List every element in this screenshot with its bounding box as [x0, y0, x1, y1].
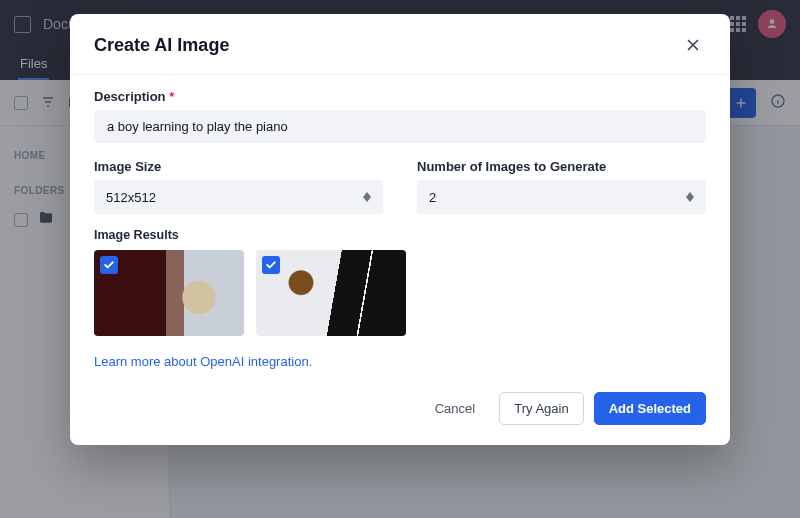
result-checkbox[interactable] — [262, 256, 280, 274]
result-image-1[interactable] — [94, 250, 244, 336]
close-icon — [684, 36, 702, 54]
num-images-label: Number of Images to Generate — [417, 159, 706, 174]
try-again-button[interactable]: Try Again — [499, 392, 583, 425]
required-indicator: * — [169, 89, 174, 104]
result-checkbox[interactable] — [100, 256, 118, 274]
description-label: Description * — [94, 89, 706, 104]
image-size-value: 512x512 — [106, 190, 363, 205]
close-button[interactable] — [680, 32, 706, 58]
cancel-button[interactable]: Cancel — [421, 393, 489, 424]
caret-up-down-icon — [686, 192, 694, 202]
result-image-2[interactable] — [256, 250, 406, 336]
num-images-value: 2 — [429, 190, 686, 205]
modal-create-ai-image: Create AI Image Description * Image Size — [70, 14, 730, 445]
caret-up-down-icon — [363, 192, 371, 202]
learn-more-link[interactable]: Learn more about OpenAI integration. — [94, 354, 312, 369]
field-image-size: Image Size 512x512 — [94, 159, 383, 214]
field-num-images: Number of Images to Generate 2 — [417, 159, 706, 214]
image-size-label: Image Size — [94, 159, 383, 174]
add-selected-button[interactable]: Add Selected — [594, 392, 706, 425]
modal-header: Create AI Image — [70, 14, 730, 75]
modal-overlay: Create AI Image Description * Image Size — [0, 0, 800, 518]
modal-footer: Cancel Try Again Add Selected — [70, 378, 730, 445]
image-size-select[interactable]: 512x512 — [94, 180, 383, 214]
num-images-select[interactable]: 2 — [417, 180, 706, 214]
image-results — [94, 250, 706, 336]
image-results-label: Image Results — [94, 228, 706, 242]
modal-title: Create AI Image — [94, 35, 229, 56]
field-description: Description * — [94, 89, 706, 143]
modal-body: Description * Image Size 512x512 — [70, 75, 730, 378]
description-input[interactable] — [94, 110, 706, 143]
